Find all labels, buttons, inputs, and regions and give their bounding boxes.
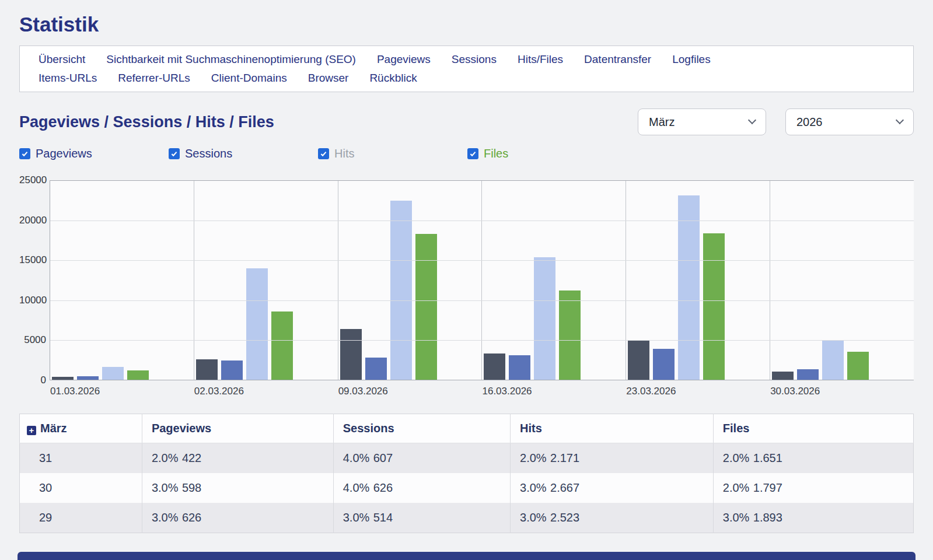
section-header: Pageviews / Sessions / Hits / Files März… [19,108,914,135]
bar-group-09-03-2026 [338,181,483,380]
count-value: 626 [373,481,393,494]
main-nav: ÜbersichtSichtbarkeit mit Suchmaschineno… [19,46,914,92]
bar-group-02-03-2026 [194,181,338,380]
hits-checkbox[interactable] [318,148,329,159]
column-header-märz: +März [20,414,142,443]
check-icon [320,150,327,158]
bar-hits [534,257,555,380]
percent-value: 3.0% [152,511,182,524]
month-select-value: März [649,116,675,129]
bar-cluster [484,181,581,380]
metric-cell-pageviews: 3.0%598 [142,473,333,503]
count-value: 2.171 [550,452,579,464]
month-select[interactable]: März [638,108,766,135]
percent-value: 4.0% [343,481,373,495]
column-header-sessions: Sessions [333,414,510,443]
metric-cell-pageviews: 3.0%626 [142,503,333,533]
column-header-hits: Hits [511,414,714,443]
y-axis-label: 25000 [19,174,46,186]
nav-link-sichtbarkeit-mit-suchmaschinenoptimierung-seo[interactable]: Sichtbarkeit mit Suchmaschinenoptimierun… [96,50,366,69]
legend-label: Pageviews [36,147,92,160]
check-icon [469,150,477,158]
bar-sessions [77,376,99,380]
gridline [50,340,914,341]
nav-link-pageviews[interactable]: Pageviews [366,50,441,69]
legend-item-pageviews: Pageviews [19,147,169,160]
chart-groups [50,181,914,380]
x-axis-label: 09.03.2026 [338,386,482,397]
bar-pageviews [628,340,649,380]
chart-x-labels: 01.03.202602.03.202609.03.202616.03.2026… [50,386,914,397]
nav-link-logfiles[interactable]: Logfiles [662,50,721,69]
bar-pageviews [772,372,794,380]
metric-cell-hits: 3.0%2.523 [511,503,714,533]
sessions-checkbox[interactable] [169,148,180,159]
nav-link-client-domains[interactable]: Client-Domains [201,69,298,88]
pageviews-checkbox[interactable] [19,148,30,159]
count-value: 2.667 [550,481,579,494]
count-value: 514 [373,511,393,524]
y-axis-label: 15000 [19,254,46,266]
column-header-files: Files [713,414,913,443]
bar-sessions [797,369,819,380]
bar-hits [102,367,124,380]
nav-link-übersicht[interactable]: Übersicht [28,50,96,69]
bar-group-16-03-2026 [482,181,626,380]
bar-pageviews [52,377,74,380]
percent-value: 3.0% [152,481,182,495]
bar-hits [822,341,844,380]
legend: PageviewsSessionsHitsFiles [19,147,914,160]
nav-link-datentransfer[interactable]: Datentransfer [574,50,662,69]
table-row-30: 303.0%5984.0%6263.0%2.6672.0%1.797 [20,473,914,503]
files-checkbox[interactable] [467,148,478,159]
metric-cell-pageviews: 2.0%422 [142,443,333,474]
page-container: Statistik ÜbersichtSichtbarkeit mit Such… [0,0,933,533]
column-header-label: Pageviews [152,422,211,435]
bar-group-23-03-2026 [626,181,770,380]
percent-value: 2.0% [723,481,753,495]
bar-pageviews [340,329,362,380]
nav-link-hits-files[interactable]: Hits/Files [507,50,574,69]
bar-pageviews [484,354,505,380]
count-value: 1.893 [753,511,782,524]
year-select[interactable]: 2026 [785,108,914,135]
legend-label: Hits [334,147,354,160]
percent-value: 4.0% [343,452,373,465]
legend-label: Files [484,147,508,160]
bar-cluster [628,181,725,380]
table-row-29: 293.0%6263.0%5143.0%2.5233.0%1.893 [20,503,914,533]
chevron-down-icon [896,116,904,124]
gridline [50,220,914,221]
count-value: 1.797 [753,481,782,494]
nav-row-1: ÜbersichtSichtbarkeit mit Suchmaschineno… [28,50,905,69]
bar-pageviews [196,359,218,380]
column-header-pageviews: Pageviews [142,414,333,443]
expand-rows-button[interactable]: + [27,426,36,435]
check-icon [170,150,178,158]
bar-files [271,312,293,380]
bar-chart: 0500010000150002000025000 [19,180,914,380]
nav-row-2: Items-URLsReferrer-URLsClient-DomainsBro… [28,69,905,88]
nav-link-browser[interactable]: Browser [298,69,359,88]
percent-value: 2.0% [723,452,753,465]
nav-link-sessions[interactable]: Sessions [441,50,507,69]
bar-cluster [340,181,437,380]
count-value: 1.651 [753,452,782,464]
metric-cell-sessions: 4.0%626 [333,473,510,503]
nav-link-rückblick[interactable]: Rückblick [359,69,427,88]
bar-hits [390,201,412,380]
bar-cluster [196,181,293,380]
count-value: 2.523 [550,511,579,524]
day-cell: 29 [20,503,142,533]
bar-cluster [52,181,149,380]
y-axis-label: 0 [19,374,46,386]
chart-y-axis: 0500010000150002000025000 [19,180,46,380]
y-axis-label: 5000 [19,334,46,346]
x-axis-label: 16.03.2026 [481,386,626,397]
metric-cell-files: 2.0%1.651 [713,443,913,474]
nav-link-referrer-urls[interactable]: Referrer-URLs [107,69,201,88]
nav-link-items-urls[interactable]: Items-URLs [28,69,107,88]
count-value: 598 [182,481,201,494]
page-title: Statistik [19,13,914,36]
bar-sessions [653,349,675,380]
